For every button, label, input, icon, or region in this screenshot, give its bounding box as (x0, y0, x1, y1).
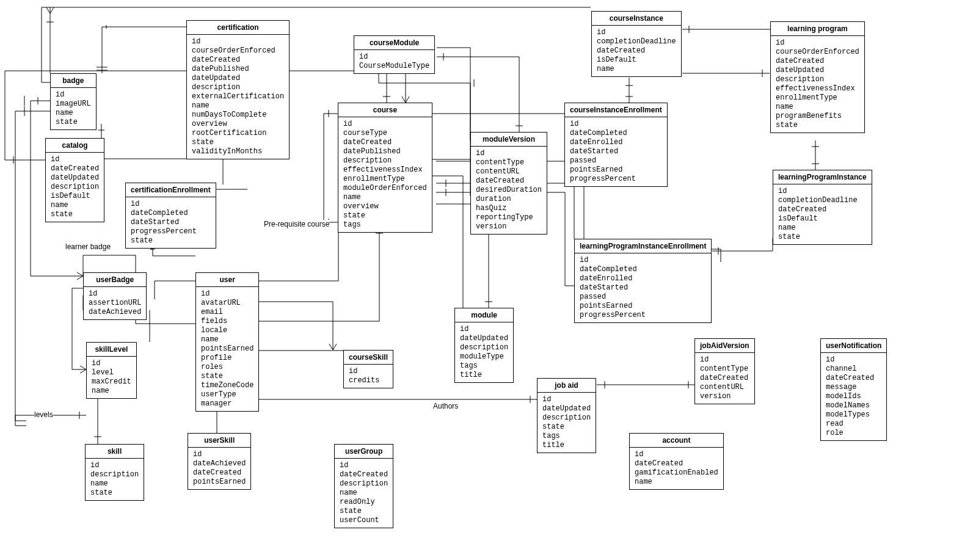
entity-courseInstanceEnrollment: courseInstanceEnrollmentiddateCompletedd… (564, 103, 668, 187)
entity-attrs: idcourseOrderEnforceddateCreateddateUpda… (771, 36, 864, 133)
entity-attr: id (635, 450, 718, 459)
entity-attr: description (51, 183, 99, 192)
entity-attr: id (340, 461, 388, 470)
entity-attr: effectivenessIndex (343, 165, 427, 175)
entity-attr: id (778, 187, 867, 196)
entity-jobaid: job aididdateUpdateddescriptionstatetags… (537, 378, 596, 453)
entity-attr: enrollmentType (343, 175, 427, 184)
entity-attr: numDaysToComplete (192, 111, 284, 120)
entity-attrs: idcourseTypedateCreateddatePublisheddesc… (338, 117, 432, 232)
entity-attr: dateCreated (826, 374, 881, 383)
entity-attr: id (343, 120, 427, 129)
entity-attrs: iddescriptionnamestate (86, 459, 144, 500)
entity-title: skill (86, 445, 144, 459)
entity-attr: modelIds (826, 392, 881, 401)
entity-title: user (196, 273, 258, 287)
entity-attr: dateCreated (700, 374, 749, 383)
entity-title: certification (187, 21, 289, 35)
entity-attr: readOnly (340, 498, 388, 507)
entity-title: learningProgramInstance (773, 170, 872, 184)
entity-attr: CourseModuleType (359, 62, 429, 71)
entity-attr: imageURL (56, 100, 91, 109)
entity-title: job aid (538, 379, 596, 393)
entity-attrs: iddateCreateddescriptionnamereadOnlystat… (335, 459, 393, 528)
entity-attrs: iddateAchieveddateCreatedpointsEarned (188, 448, 250, 489)
entity-title: jobAidVersion (695, 339, 754, 353)
entity-attr: userType (201, 390, 253, 399)
entity-attr: description (776, 75, 859, 84)
entity-attr: rootCertification (192, 129, 284, 138)
entity-attrs: iddateCreatedgamificationEnabledname (630, 448, 723, 489)
entity-attr: moduleOrderEnforced (343, 184, 427, 193)
entity-attr: id (89, 289, 141, 299)
entity-title: courseInstanceEnrollment (565, 103, 667, 117)
entity-attr: email (201, 308, 253, 317)
entity-attr: tags (542, 432, 591, 441)
entity-attr: state (131, 236, 211, 245)
entity-courseModule: courseModuleidCourseModuleType (354, 35, 435, 74)
entity-attrs: idcompletionDeadlinedateCreatedisDefault… (592, 26, 681, 76)
entity-catalog: catalogiddateCreateddateUpdateddescripti… (45, 138, 104, 222)
entity-attr: isDefault (778, 214, 867, 224)
entity-learningProgramInstance: learningProgramInstanceidcompletionDeadl… (773, 170, 872, 245)
entity-skillLevel: skillLevelidlevelmaxCreditname (86, 342, 137, 399)
entity-userSkill: userSkilliddateAchieveddateCreatedpoints… (188, 433, 251, 490)
entity-title: module (455, 308, 513, 322)
entity-attr: state (56, 118, 91, 127)
entity-attr: state (201, 372, 253, 381)
entity-attr: id (597, 28, 676, 37)
entity-certificationEnrollment: certificationEnrollmentiddateCompletedda… (125, 183, 216, 249)
entity-attr: id (542, 395, 591, 404)
entity-attrs: iddateCompleteddateStartedprogressPercen… (126, 197, 216, 248)
entity-attr: name (192, 101, 284, 111)
entity-attr: name (778, 224, 867, 233)
entity-attr: id (90, 461, 139, 470)
entity-attr: id (476, 149, 542, 158)
entity-attrs: idcourseOrderEnforceddateCreateddatePubl… (187, 35, 289, 159)
entity-attr: state (340, 507, 388, 516)
entity-attr: completionDeadline (778, 196, 867, 205)
entity-courseSkill: courseSkillidcredits (343, 350, 393, 388)
entity-attr: version (476, 222, 542, 231)
entity-attr: manager (201, 399, 253, 409)
entity-attr: progressPercent (131, 227, 211, 236)
entity-attr: progressPercent (570, 175, 662, 184)
entity-attr: locale (201, 326, 253, 335)
entity-attr: assertionURL (89, 299, 141, 308)
entity-attr: state (776, 121, 859, 130)
entity-attrs: idcontentTypecontentURLdateCreateddesire… (471, 147, 547, 234)
entity-attr: dateCreated (343, 138, 427, 147)
entity-attr: dateCreated (340, 470, 388, 479)
entity-attr: id (349, 367, 388, 376)
entity-attr: pointsEarned (201, 344, 253, 354)
entity-attr: name (51, 201, 99, 210)
entity-attr: description (343, 156, 427, 165)
entity-attr: tags (343, 220, 427, 230)
entity-title: userGroup (335, 445, 393, 459)
entity-attr: courseOrderEnforced (776, 48, 859, 57)
entity-attr: id (201, 289, 253, 299)
relationship-label: Pre-requisite course (264, 220, 329, 228)
entity-attr: dateUpdated (776, 66, 859, 75)
entity-attr: state (542, 423, 591, 432)
entity-attr: dateUpdated (460, 334, 508, 343)
entity-attr: id (131, 200, 211, 209)
entity-attrs: idcontentTypedateCreatedcontentURLversio… (695, 353, 754, 404)
entity-attr: dateCreated (597, 46, 676, 56)
entity-attr: timeZoneCode (201, 381, 253, 390)
entity-title: learningProgramInstanceEnrollment (575, 239, 711, 253)
entity-attr: passed (580, 293, 706, 302)
entity-title: userBadge (84, 273, 146, 287)
entity-attr: dateAchieved (193, 459, 246, 468)
entity-attr: pointsEarned (570, 165, 662, 175)
entity-attr: id (51, 155, 99, 164)
entity-attr: datePublished (343, 147, 427, 156)
entity-attr: read (826, 420, 881, 429)
entity-attr: dateCreated (192, 56, 284, 65)
entity-attr: description (340, 479, 388, 489)
entity-attr: tags (460, 362, 508, 371)
entity-attr: name (56, 109, 91, 118)
entity-courseInstance: courseInstanceidcompletionDeadlinedateCr… (591, 11, 682, 77)
entity-attr: overview (343, 202, 427, 211)
entity-attrs: idcompletionDeadlinedateCreatedisDefault… (773, 184, 872, 244)
